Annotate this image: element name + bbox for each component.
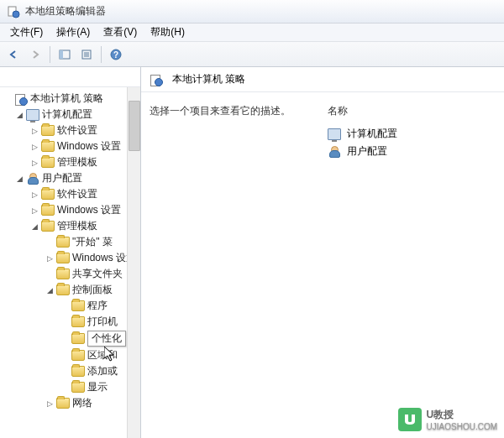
folder-icon [71,315,85,329]
collapse-icon[interactable]: ◢ [15,110,24,119]
user-icon [328,145,341,159]
computer-icon [328,128,341,141]
toolbar: ? [0,42,504,67]
tree-software-settings-user[interactable]: ▷ 软件设置 [0,186,140,202]
tree-start-menu[interactable]: "开始" 菜 [0,234,140,250]
folder-icon [56,284,70,297]
list-item-user-config[interactable]: 用户配置 [328,143,496,160]
item-label: 用户配置 [347,144,387,159]
tree-label: "开始" 菜 [72,235,113,249]
folder-icon [56,268,70,281]
policy-icon [150,73,163,86]
expand-icon[interactable]: ▷ [45,399,55,408]
tree-root[interactable]: 本地计算机 策略 [0,91,140,107]
menu-action[interactable]: 操作(A) [50,23,97,41]
tree-windows-components[interactable]: ▷ Windows 设置 [0,250,140,266]
svg-point-1 [13,11,19,18]
expand-icon[interactable]: ▷ [30,158,39,167]
tree-admin-templates[interactable]: ▷ 管理模板 [0,154,140,170]
tree-control-panel[interactable]: ◢ 控制面板 [0,282,140,298]
tree-printers[interactable]: 打印机 [0,314,140,330]
folder-icon [71,365,85,378]
tree-label: 网络 [72,396,92,410]
collapse-icon[interactable]: ◢ [45,285,55,295]
watermark: U教授 UJIAOSHOU.COM [398,408,497,431]
expand-icon[interactable]: ▷ [45,253,55,263]
back-button[interactable] [3,44,24,65]
tree-user-config[interactable]: ◢ 用户配置 [0,170,140,186]
svg-rect-3 [60,50,63,59]
folder-icon [56,397,70,410]
tree-programs[interactable]: 程序 [0,298,140,314]
folder-icon [41,124,55,138]
folder-icon [71,349,85,362]
expand-icon[interactable]: ▷ [30,206,39,215]
main-area: 本地计算机 策略 ◢ 计算机配置 ▷ 软件设置 ▷ Windows 设置 [0,67,504,438]
tree-label: 个性化 [87,331,126,347]
folder-icon [56,252,70,265]
content-title: 本地计算机 策略 [172,72,245,86]
tree-panel: 本地计算机 策略 ◢ 计算机配置 ▷ 软件设置 ▷ Windows 设置 [0,67,141,438]
app-icon [7,5,20,18]
expand-icon[interactable]: ▷ [30,126,39,135]
show-hide-tree-button[interactable] [55,44,75,65]
content-header: 本地计算机 策略 [141,67,504,92]
tree-label: 软件设置 [57,123,97,138]
tree-label: 区域和 [87,348,118,362]
user-icon [26,172,39,185]
tree-label: 程序 [87,299,108,313]
tree-label: 添加或 [87,364,118,378]
toolbar-separator [50,46,50,63]
tree-windows-settings-user[interactable]: ▷ Windows 设置 [0,202,140,218]
tree-header [0,67,140,87]
tree-content[interactable]: 本地计算机 策略 ◢ 计算机配置 ▷ 软件设置 ▷ Windows 设置 [0,87,140,438]
tree-computer-config[interactable]: ◢ 计算机配置 [0,107,140,123]
tree-shared-folders[interactable]: 共享文件夹 [0,266,140,282]
tree-windows-settings[interactable]: ▷ Windows 设置 [0,138,140,154]
tree-label: 打印机 [87,315,118,329]
tree-network[interactable]: ▷ 网络 [0,395,140,411]
tree-scrollbar[interactable] [127,87,140,438]
folder-icon [71,300,85,313]
tree-region[interactable]: 区域和 [0,347,140,363]
tree-display[interactable]: 显示 [0,379,140,395]
computer-icon [26,108,39,122]
tree-label: Windows 设置 [57,203,121,217]
content-body: 选择一个项目来查看它的描述。 名称 计算机配置 用户配置 [141,92,504,438]
list-item-computer-config[interactable]: 计算机配置 [328,125,496,143]
tree-label: 管理模板 [57,219,97,233]
svg-text:?: ? [113,50,118,60]
menu-file[interactable]: 文件(F) [3,23,50,41]
collapse-icon[interactable]: ◢ [15,174,24,183]
tree-personalization[interactable]: 个性化 [0,330,140,347]
properties-button[interactable] [76,44,97,65]
forward-button[interactable] [25,44,45,65]
scrollbar-thumb[interactable] [129,101,140,151]
tree-label: 共享文件夹 [72,267,123,281]
folder-icon [41,156,55,169]
expand-icon[interactable]: ▷ [30,190,39,199]
tree-label: 用户配置 [42,171,82,185]
folder-icon [71,332,85,346]
help-button[interactable]: ? [106,44,126,65]
description-text: 选择一个项目来查看它的描述。 [150,104,328,118]
tree-software-settings[interactable]: ▷ 软件设置 [0,123,140,138]
menubar: 文件(F) 操作(A) 查看(V) 帮助(H) [0,23,504,42]
name-column: 名称 计算机配置 用户配置 [328,104,496,426]
tree-label: 本地计算机 策略 [30,91,103,106]
tree-label: Windows 设置 [57,139,121,154]
watermark-url: UJIAOSHOU.COM [427,422,497,431]
expand-icon[interactable]: ▷ [30,142,39,151]
item-label: 计算机配置 [347,127,397,141]
collapse-icon[interactable]: ◢ [30,222,39,231]
tree-label: 显示 [87,380,108,394]
folder-icon [56,236,70,249]
menu-view[interactable]: 查看(V) [97,23,144,41]
tree-admin-templates-user[interactable]: ◢ 管理模板 [0,218,140,234]
tree-label: 管理模板 [57,155,97,169]
folder-icon [41,204,55,217]
policy-icon [14,92,28,106]
tree-add-remove[interactable]: 添加或 [0,363,140,379]
tree-label: 计算机配置 [42,107,92,122]
menu-help[interactable]: 帮助(H) [144,23,192,41]
